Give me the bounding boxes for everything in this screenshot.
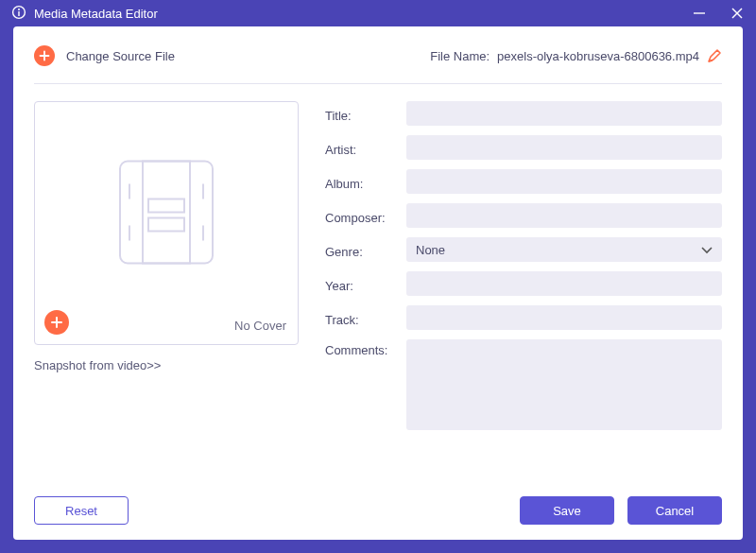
year-label: Year: (325, 275, 399, 293)
metadata-form: Title: Artist: Album: Composer: Genre: (325, 101, 722, 481)
svg-rect-2 (18, 11, 19, 16)
content: Change Source File File Name: pexels-oly… (13, 26, 743, 540)
track-input[interactable] (406, 305, 722, 330)
artist-label: Artist: (325, 139, 399, 157)
svg-point-1 (18, 9, 20, 10)
svg-line-8 (709, 60, 713, 61)
no-cover-label: No Cover (234, 319, 286, 333)
track-label: Track: (325, 309, 399, 327)
info-icon (11, 5, 26, 23)
genre-select[interactable]: None (406, 237, 722, 262)
row-track: Track: (325, 305, 722, 330)
row-comments: Comments: (325, 339, 722, 430)
filename-group: File Name: pexels-olya-kobruseva-6800636… (430, 48, 722, 63)
row-artist: Artist: (325, 135, 722, 160)
row-album: Album: (325, 169, 722, 194)
row-genre: Genre: None (325, 237, 722, 262)
edit-filename-button[interactable] (707, 48, 722, 63)
close-button[interactable] (730, 6, 745, 21)
save-button[interactable]: Save (520, 496, 614, 525)
window-controls (692, 6, 745, 21)
row-composer: Composer: (325, 203, 722, 228)
plus-icon (34, 45, 55, 66)
main: No Cover Snapshot from video>> Title: Ar… (34, 101, 722, 481)
footer-right: Save Cancel (520, 496, 722, 525)
title-label: Title: (325, 105, 399, 123)
genre-value: None (416, 243, 445, 257)
footer: Reset Save Cancel (34, 496, 722, 525)
composer-label: Composer: (325, 207, 399, 225)
window: Media Metadata Editor (0, 0, 756, 553)
film-icon (114, 155, 218, 271)
titlebar: Media Metadata Editor (0, 0, 756, 26)
album-label: Album: (325, 173, 399, 191)
minimize-button[interactable] (692, 6, 707, 21)
title-left: Media Metadata Editor (11, 5, 692, 23)
change-source-label: Change Source File (66, 49, 175, 63)
composer-input[interactable] (406, 203, 722, 228)
row-year: Year: (325, 271, 722, 296)
separator (34, 83, 722, 84)
add-cover-button[interactable] (44, 310, 69, 335)
filename-value: pexels-olya-kobruseva-6800636.mp4 (497, 49, 699, 63)
change-source-button[interactable]: Change Source File (34, 45, 430, 66)
filename-label: File Name: (430, 49, 490, 63)
album-input[interactable] (406, 169, 722, 194)
row-title: Title: (325, 101, 722, 126)
year-input[interactable] (406, 271, 722, 296)
cover-box: No Cover (34, 101, 299, 345)
comments-input[interactable] (406, 339, 722, 430)
comments-label: Comments: (325, 339, 399, 357)
cover-column: No Cover Snapshot from video>> (34, 101, 299, 481)
genre-label: Genre: (325, 241, 399, 259)
chevron-down-icon (701, 243, 713, 257)
svg-rect-11 (148, 199, 184, 212)
snapshot-link[interactable]: Snapshot from video>> (34, 358, 161, 372)
svg-rect-12 (148, 217, 184, 231)
topbar: Change Source File File Name: pexels-oly… (34, 43, 722, 68)
cancel-button[interactable]: Cancel (627, 496, 722, 525)
title-input[interactable] (406, 101, 722, 126)
reset-button[interactable]: Reset (34, 496, 129, 525)
window-title: Media Metadata Editor (34, 7, 158, 21)
artist-input[interactable] (406, 135, 722, 160)
